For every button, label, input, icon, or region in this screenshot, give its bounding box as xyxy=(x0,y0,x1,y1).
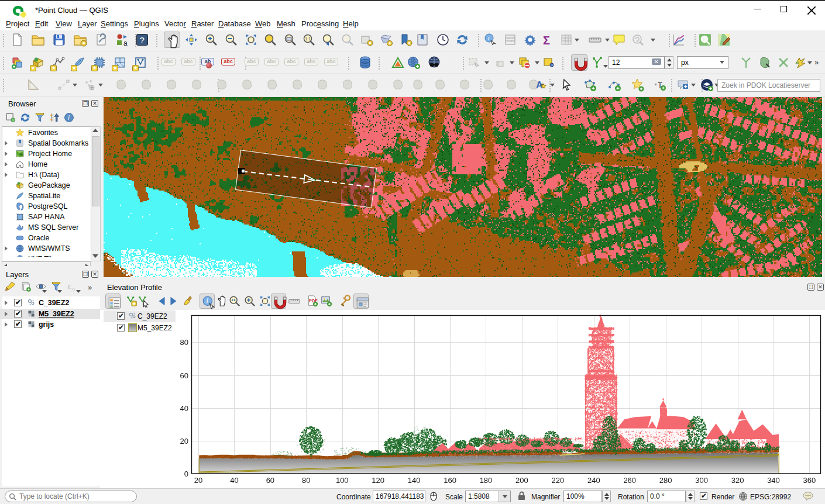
svg-text:xy: xy xyxy=(71,287,75,292)
svg-text:1:1: 1:1 xyxy=(305,37,311,41)
svg-text:ε: ε xyxy=(67,282,71,291)
svg-text:a: a xyxy=(123,39,128,47)
svg-text:i: i xyxy=(207,297,208,305)
svg-text:?: ? xyxy=(140,35,145,45)
svg-text:Σ: Σ xyxy=(543,34,550,47)
